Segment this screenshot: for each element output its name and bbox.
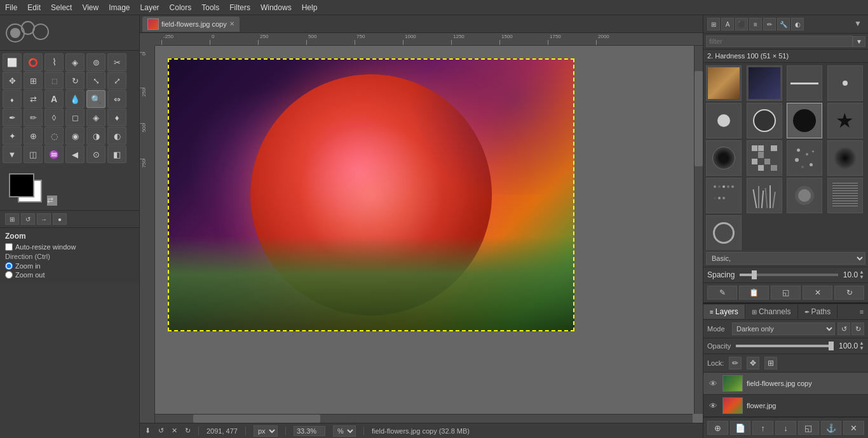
redo-icon[interactable]: ✕ (172, 427, 177, 435)
brush-palette-icon[interactable]: ⬛ (735, 18, 748, 30)
menu-file[interactable]: File (0, 2, 22, 13)
panel-icon-4[interactable]: ● (53, 213, 67, 225)
brush-filter-input[interactable] (706, 36, 853, 47)
scroll-v-thumb[interactable] (695, 71, 703, 166)
brush-grid-wrap[interactable]: ★ (703, 63, 868, 250)
menu-tools[interactable]: Tools (196, 2, 224, 13)
brush-item-line[interactable] (787, 65, 822, 101)
canvas-tab-close[interactable]: ✕ (229, 20, 234, 27)
layers-tab-paths[interactable]: ✒ Paths (798, 305, 838, 319)
layers-tab-layers[interactable]: ≡ Layers (703, 305, 745, 319)
layer-item-2[interactable]: 👁 flower.jpg (703, 395, 868, 417)
panel-icon-1[interactable]: ⊞ (5, 213, 19, 225)
layers-configure-btn[interactable]: ≡ (855, 304, 868, 319)
layers-anchor[interactable]: ⚓ (821, 421, 842, 435)
tool-measure[interactable]: ⇔ (107, 90, 126, 108)
brush-item-md-dot[interactable] (706, 103, 742, 138)
layers-mode-undo[interactable]: ↺ (837, 322, 850, 335)
restore-icon[interactable]: ↻ (185, 427, 191, 435)
lock-position-btn[interactable]: ✥ (747, 357, 759, 369)
tool-zoom[interactable]: 🔍 (86, 90, 105, 108)
zoom-in-radio[interactable] (5, 262, 13, 270)
menu-filters[interactable]: Filters (224, 2, 255, 13)
save-status-icon[interactable]: ⬇ (145, 427, 151, 435)
tool-extra2[interactable]: ◧ (107, 145, 126, 163)
brush-item-spray[interactable] (827, 140, 863, 176)
tool-perspective[interactable]: ⬧ (3, 90, 22, 108)
brush-item-sm-dot[interactable] (827, 65, 863, 101)
tool-scale[interactable]: ⤡ (86, 72, 105, 90)
zoom-input[interactable] (294, 426, 325, 436)
menu-layer[interactable]: Layer (135, 2, 165, 13)
layers-tab-channels[interactable]: ⊞ Channels (745, 305, 798, 319)
brush-item-circle[interactable] (747, 103, 782, 138)
status-unit-select[interactable]: px (254, 425, 278, 437)
foreground-color[interactable] (9, 173, 34, 197)
brush-item-thumb2[interactable] (747, 65, 782, 101)
layers-mode-redo[interactable]: ↻ (851, 322, 864, 335)
brush-tool-icon[interactable]: 🔧 (777, 18, 790, 30)
tool-smudge[interactable]: ◌ (44, 127, 64, 145)
brush-action-edit[interactable]: ✎ (707, 286, 737, 300)
zoom-out-radio[interactable] (5, 271, 13, 279)
tool-rect-select[interactable]: ⬜ (3, 53, 22, 71)
tool-curves[interactable]: ♒ (44, 145, 64, 163)
zoom-unit-select[interactable]: % (333, 425, 356, 437)
brush-item-solid[interactable] (787, 103, 822, 138)
tool-blend[interactable]: ◫ (24, 145, 43, 163)
brush-filter-dropdown[interactable]: ▼ (853, 36, 865, 47)
tool-convolve[interactable]: ◉ (65, 127, 85, 145)
brush-item-abstract[interactable] (787, 178, 822, 213)
menu-image[interactable]: Image (104, 2, 135, 13)
brush-item-scatter[interactable] (787, 140, 822, 176)
tool-heal[interactable]: ✦ (3, 127, 22, 145)
tool-threshold[interactable]: ◀ (65, 145, 85, 163)
tool-dodge-burn[interactable]: ◑ (86, 127, 105, 145)
brush-item-ring[interactable] (706, 215, 742, 250)
swap-colors-icon[interactable]: ⇄ (47, 196, 57, 206)
spacing-slider[interactable] (740, 274, 837, 276)
canvas-viewport[interactable] (155, 46, 703, 423)
tool-move[interactable]: ✥ (3, 72, 22, 90)
canvas-tab-active[interactable]: field-flowers.jpg copy ✕ (142, 17, 240, 32)
layers-duplicate[interactable]: ◱ (798, 421, 819, 435)
auto-resize-checkbox[interactable] (5, 243, 13, 251)
brush-action-duplicate[interactable]: ◱ (771, 286, 801, 300)
layers-mode-select[interactable]: Darken only (732, 322, 835, 335)
layers-delete[interactable]: ✕ (843, 421, 864, 435)
scroll-vertical[interactable] (694, 46, 703, 414)
menu-view[interactable]: View (77, 2, 104, 13)
tool-fuzzy-select[interactable]: ◈ (65, 53, 85, 71)
tool-crop[interactable]: ⬚ (44, 72, 64, 90)
tool-color-select[interactable]: ⊚ (86, 53, 105, 71)
tool-ellipse-select[interactable]: ⭕ (24, 53, 43, 71)
brush-view-mode-icon[interactable]: ⊞ (707, 18, 720, 30)
brush-category-select[interactable]: Basic, (706, 252, 865, 265)
brush-item-lines[interactable] (827, 178, 863, 213)
brush-action-new[interactable]: 📋 (739, 286, 769, 300)
lock-alpha-btn[interactable]: ⊞ (764, 357, 777, 369)
brush-dynamics-icon[interactable]: ≡ (749, 18, 762, 30)
opacity-slider[interactable] (736, 345, 834, 347)
layer-item-1[interactable]: 👁 field-flowers.jpg copy (703, 373, 868, 395)
layers-move-up[interactable]: ↑ (752, 421, 773, 435)
brush-action-delete[interactable]: ✕ (803, 286, 832, 300)
undo-icon[interactable]: ↺ (158, 427, 164, 435)
tool-rotate[interactable]: ↻ (65, 72, 85, 90)
brush-item-grass[interactable] (747, 178, 782, 213)
tool-pencil[interactable]: ✏ (24, 109, 43, 126)
panel-icon-3[interactable]: → (37, 213, 51, 225)
tool-airbrush[interactable]: ◈ (86, 109, 105, 126)
tool-shear[interactable]: ⤢ (107, 72, 126, 90)
opacity-down[interactable]: ▼ (859, 346, 864, 351)
layer-visibility-1[interactable]: 👁 (707, 378, 719, 389)
layers-move-down[interactable]: ↓ (775, 421, 796, 435)
tool-flip[interactable]: ⇄ (24, 90, 43, 108)
panel-icon-2[interactable]: ↺ (21, 213, 35, 225)
layer-visibility-2[interactable]: 👁 (707, 400, 719, 411)
brush-pattern-icon[interactable]: ✏ (763, 18, 776, 30)
brush-action-refresh[interactable]: ↻ (834, 286, 864, 300)
auto-resize-label[interactable]: Auto-resize window (5, 243, 134, 251)
tool-paint-bucket[interactable]: ▼ (3, 145, 22, 163)
brush-item-star[interactable]: ★ (827, 103, 863, 138)
